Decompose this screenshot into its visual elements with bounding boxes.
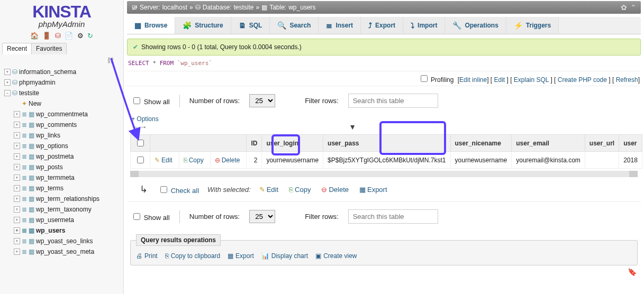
tree-table-wp-posts[interactable]: +≣▦wp_posts bbox=[3, 162, 123, 172]
tree-table-wp-yoast-seo-meta[interactable]: +≣▦wp_yoast_seo_meta bbox=[3, 246, 123, 257]
filter-input[interactable] bbox=[348, 94, 438, 108]
expand-icon[interactable]: + bbox=[14, 111, 20, 117]
expand-icon[interactable]: + bbox=[14, 174, 20, 181]
cell-user-login[interactable]: yournewusername bbox=[262, 152, 323, 169]
edit-link[interactable]: Edit bbox=[494, 76, 505, 84]
col-user-pass[interactable]: user_pass bbox=[323, 135, 450, 152]
tab-structure[interactable]: 🧩Structure bbox=[175, 17, 231, 34]
profiling-option[interactable]: Profiling bbox=[419, 76, 454, 84]
tree-table-wp-usermeta[interactable]: +≣▦wp_usermeta bbox=[3, 215, 123, 225]
tree-table-wp-links[interactable]: +≣▦wp_links bbox=[3, 130, 123, 141]
cell-id[interactable]: 2 bbox=[247, 152, 262, 169]
row-edit-link[interactable]: ✎Edit bbox=[155, 157, 173, 164]
check-all-checkbox[interactable] bbox=[160, 186, 167, 193]
arrow-left-icon[interactable]: ← bbox=[131, 123, 139, 131]
profiling-checkbox[interactable] bbox=[421, 75, 428, 82]
num-rows-select[interactable]: 25 bbox=[249, 210, 275, 223]
collapse-icon[interactable]: − bbox=[4, 90, 11, 96]
tree-table-wp-options[interactable]: +≣▦wp_options bbox=[3, 141, 123, 151]
row-checkbox[interactable] bbox=[137, 157, 144, 163]
ops-copy-clipboard[interactable]: ⎘Copy to clipboard bbox=[165, 252, 220, 260]
chevron-down-icon[interactable]: ▼ bbox=[349, 123, 356, 131]
ops-create-view[interactable]: ▣Create view bbox=[315, 252, 357, 260]
horizontal-scrollbar[interactable] bbox=[130, 171, 638, 177]
expand-icon[interactable]: + bbox=[14, 143, 20, 149]
reload-icon[interactable]: ↻ bbox=[87, 32, 93, 40]
cell-user-more[interactable]: 2018 bbox=[619, 152, 642, 169]
tree-new[interactable]: ✦ New bbox=[3, 98, 123, 109]
show-all-option[interactable]: Show all bbox=[131, 212, 170, 222]
col-user-nicename[interactable]: user_nicename bbox=[450, 135, 512, 152]
tab-recent[interactable]: Recent bbox=[2, 43, 32, 54]
expand-icon[interactable]: + bbox=[14, 206, 20, 213]
cell-user-url[interactable] bbox=[585, 152, 619, 169]
expand-icon[interactable]: + bbox=[14, 249, 20, 255]
ws-edit[interactable]: ✎Edit bbox=[259, 186, 278, 194]
collapse-panel-icon[interactable]: ⌃ bbox=[630, 3, 637, 12]
cell-user-pass[interactable]: $P$Bjz5XYTgIGOLc6KMBkUt/djMN.7kst1 bbox=[323, 152, 450, 169]
tree-table-wp-term-taxonomy[interactable]: +≣▦wp_term_taxonomy bbox=[3, 204, 123, 215]
show-all-option[interactable]: Show all bbox=[131, 96, 170, 106]
col-user-more[interactable]: user bbox=[619, 135, 642, 152]
col-user-url[interactable]: user_url bbox=[585, 135, 619, 152]
tree-table-wp-term-relationships[interactable]: +≣▦wp_term_relationships bbox=[3, 194, 123, 204]
num-rows-select[interactable]: 25 bbox=[249, 94, 275, 107]
create-php-link[interactable]: Create PHP code bbox=[558, 76, 607, 84]
tree-db-testsite[interactable]: − ⛁ testsite bbox=[3, 88, 123, 98]
tab-browse[interactable]: ▦Browse bbox=[127, 17, 175, 34]
expand-icon[interactable]: + bbox=[14, 217, 20, 223]
tree-table-wp-yoast-seo-links[interactable]: +≣▦wp_yoast_seo_links bbox=[3, 236, 123, 246]
explain-sql-link[interactable]: Explain SQL bbox=[514, 76, 549, 84]
filter-input[interactable] bbox=[348, 209, 438, 224]
ws-delete[interactable]: ⊖Delete bbox=[321, 186, 349, 194]
tree-table-wp-postmeta[interactable]: +≣▦wp_postmeta bbox=[3, 151, 123, 162]
expand-icon[interactable]: + bbox=[4, 79, 11, 86]
tab-triggers[interactable]: ⚡Triggers bbox=[506, 17, 559, 34]
home-icon[interactable]: 🏠 bbox=[30, 32, 39, 40]
expand-icon[interactable]: + bbox=[14, 122, 20, 128]
bc-table[interactable]: wp_users bbox=[288, 4, 315, 11]
refresh-link[interactable]: Refresh bbox=[616, 76, 638, 84]
tree-db-information-schema[interactable]: + ⛁ information_schema bbox=[3, 67, 123, 77]
expand-icon[interactable]: + bbox=[14, 132, 20, 139]
tab-favorites[interactable]: Favorites bbox=[31, 43, 67, 54]
header-checkbox[interactable] bbox=[137, 140, 144, 146]
link-chain-icon[interactable]: ⛓ bbox=[0, 57, 123, 67]
tab-search[interactable]: 🔍Search bbox=[270, 17, 319, 34]
scroll-left-icon[interactable] bbox=[130, 171, 139, 177]
tab-export[interactable]: ⤴Export bbox=[361, 17, 403, 34]
expand-icon[interactable]: + bbox=[14, 238, 20, 244]
bc-db[interactable]: testsite bbox=[233, 4, 253, 11]
expand-icon[interactable]: + bbox=[14, 164, 20, 170]
ws-copy[interactable]: ⎘Copy bbox=[289, 186, 311, 194]
scroll-right-icon[interactable] bbox=[629, 171, 638, 177]
tab-sql[interactable]: 🗎SQL bbox=[231, 17, 270, 34]
settings-icon[interactable]: ✿ bbox=[621, 3, 627, 12]
bc-server[interactable]: localhost bbox=[162, 4, 187, 11]
ops-display-chart[interactable]: 📊Display chart bbox=[261, 252, 308, 260]
check-all-label[interactable]: Check all bbox=[171, 187, 199, 195]
ops-export[interactable]: ▦Export bbox=[228, 252, 254, 260]
tree-table-wp-termmeta[interactable]: +≣▦wp_termmeta bbox=[3, 172, 123, 183]
extra-options-toggle[interactable]: + Options bbox=[131, 115, 159, 123]
show-all-checkbox[interactable] bbox=[133, 213, 140, 220]
ws-export[interactable]: ▦Export bbox=[359, 186, 387, 194]
status-icon[interactable]: ⛁ bbox=[55, 32, 61, 40]
edit-inline-link[interactable]: Edit inline bbox=[459, 76, 487, 84]
row-delete-link[interactable]: ⊖Delete bbox=[215, 157, 240, 164]
check-all-option[interactable]: Check all bbox=[158, 185, 199, 195]
tree-table-wp-terms[interactable]: +≣▦wp_terms bbox=[3, 183, 123, 194]
tab-operations[interactable]: 🔧Operations bbox=[445, 17, 506, 34]
row-copy-link[interactable]: ⎘Copy bbox=[184, 157, 204, 164]
tab-import[interactable]: ⤵Import bbox=[403, 17, 445, 34]
tree-table-wp-users[interactable]: +≣▦wp_users bbox=[3, 225, 123, 236]
cell-user-nicename[interactable]: yournewusername bbox=[450, 152, 512, 169]
arrow-right-icon[interactable]: → bbox=[140, 123, 147, 131]
tab-insert[interactable]: ≣Insert bbox=[319, 17, 361, 34]
tree-table-wp-comments[interactable]: +≣▦wp_comments bbox=[3, 120, 123, 130]
tree-db-phpmyadmin[interactable]: + ⛁ phpmyadmin bbox=[3, 77, 123, 88]
gear-icon[interactable]: ⚙ bbox=[77, 32, 84, 40]
col-user-login[interactable]: user_login bbox=[262, 135, 323, 152]
expand-icon[interactable]: + bbox=[4, 69, 11, 75]
expand-icon[interactable]: + bbox=[14, 185, 20, 191]
